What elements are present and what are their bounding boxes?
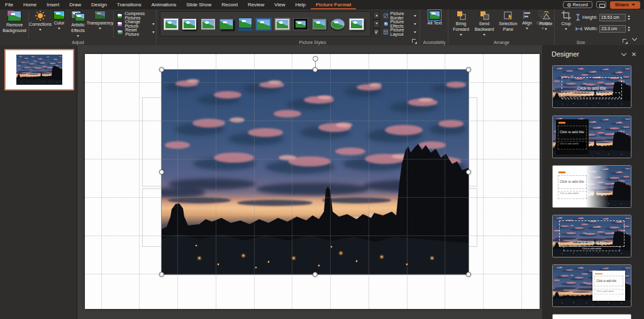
- selection-pane-icon: [504, 11, 513, 20]
- group-label-size: Size: [543, 40, 619, 45]
- reset-picture-button[interactable]: Reset Picture: [116, 28, 156, 36]
- send-backward-icon: [480, 11, 489, 20]
- group-label-adjust: Adjust: [0, 40, 156, 45]
- collapse-ribbon-button[interactable]: [630, 35, 639, 43]
- picture-style-thumbnail: [219, 19, 233, 30]
- rotation-handle[interactable]: [313, 56, 318, 62]
- picture-style-11[interactable]: [348, 13, 365, 35]
- chevron-down-icon: [77, 35, 79, 37]
- ribbon: Remove Background Corrections Color Arti…: [0, 9, 644, 45]
- picture-style-2[interactable]: [181, 13, 198, 35]
- send-backward-button[interactable]: Send Backward: [473, 11, 496, 42]
- align-button[interactable]: Align: [519, 11, 535, 42]
- picture-effects-button[interactable]: Picture Effects: [382, 20, 418, 28]
- remove-background-button[interactable]: Remove Background: [2, 11, 27, 42]
- group-label-accessibility: Accessibility: [421, 40, 448, 45]
- picture-style-1[interactable]: [162, 13, 179, 35]
- picture-style-3[interactable]: [199, 13, 216, 35]
- handle-top-middle[interactable]: [313, 67, 318, 72]
- design-suggestion-3[interactable]: Click to add title Click to add subtitle: [552, 165, 631, 208]
- menu-record[interactable]: Record: [216, 0, 243, 9]
- gridline: [139, 54, 140, 309]
- menu-slide-show[interactable]: Slide Show: [181, 0, 216, 9]
- design-suggestion-5[interactable]: Click to add title Click to add subtitle: [552, 264, 631, 307]
- share-button[interactable]: Share: [610, 1, 640, 9]
- designer-panel: Designer ✕: [542, 45, 644, 319]
- slide-canvas[interactable]: [85, 54, 540, 309]
- menu-home[interactable]: Home: [18, 0, 42, 9]
- menu-design[interactable]: Design: [86, 0, 112, 9]
- height-input[interactable]: [599, 14, 626, 21]
- rotate-button[interactable]: Rotate: [537, 11, 555, 42]
- menu-transitions[interactable]: Transitions: [112, 0, 147, 9]
- gallery-up-button[interactable]: [373, 11, 380, 19]
- handle-middle-right[interactable]: [466, 170, 471, 175]
- width-stepper[interactable]: [628, 26, 630, 31]
- picture-border-button[interactable]: Picture Border: [382, 12, 418, 19]
- designer-collapse-button[interactable]: [619, 49, 629, 59]
- record-button[interactable]: Record: [563, 1, 592, 8]
- handle-bottom-middle[interactable]: [313, 272, 318, 277]
- chevron-down-icon: [152, 23, 155, 25]
- menu-view[interactable]: View: [269, 0, 290, 9]
- group-arrange: Bring Forward Send Backward Selection Pa…: [449, 9, 555, 45]
- selection-pane-button[interactable]: Selection Pane: [497, 11, 519, 42]
- height-label: Height:: [582, 14, 597, 20]
- group-label-picture-styles: Picture Styles: [250, 40, 375, 45]
- alt-text-button[interactable]: Alt Text: [425, 11, 445, 42]
- picture-style-8[interactable]: [292, 13, 309, 35]
- selected-picture[interactable]: [162, 70, 469, 274]
- picture-style-10[interactable]: [330, 13, 347, 35]
- corrections-button[interactable]: Corrections: [30, 11, 50, 42]
- height-stepper[interactable]: [628, 15, 630, 20]
- bring-forward-icon: [457, 11, 466, 20]
- design-suggestion-1[interactable]: Click to add title Click to add subtitle: [552, 65, 631, 108]
- picture-style-7[interactable]: [274, 13, 291, 35]
- picture-styles-dialog-launcher[interactable]: [411, 38, 417, 44]
- menu-file[interactable]: File: [0, 0, 18, 9]
- bring-forward-button[interactable]: Bring Forward: [450, 11, 472, 42]
- width-input[interactable]: [599, 25, 626, 33]
- menu-review[interactable]: Review: [243, 0, 269, 9]
- picture-style-4[interactable]: [218, 13, 235, 35]
- transparency-button[interactable]: Transparency: [89, 11, 111, 42]
- chevron-down-icon: [39, 29, 42, 31]
- design-suggestion-2[interactable]: Click to add title Click to add subtitle: [552, 116, 631, 158]
- picture-style-9[interactable]: [311, 13, 328, 35]
- tab-picture-format[interactable]: Picture Format: [311, 0, 356, 9]
- menu-animations[interactable]: Animations: [147, 0, 182, 9]
- slide-1-thumbnail[interactable]: [4, 49, 74, 90]
- comments-button[interactable]: [596, 1, 606, 8]
- designer-close-button[interactable]: ✕: [629, 49, 639, 59]
- picture-style-6[interactable]: [255, 13, 272, 35]
- handle-top-left[interactable]: [159, 67, 164, 72]
- design-suggestion-4[interactable]: Click to add title Click to add subtitle: [552, 215, 631, 257]
- change-picture-button[interactable]: Change Picture: [116, 20, 156, 28]
- group-accessibility: Alt Text Accessibility: [421, 9, 448, 45]
- artistic-effects-icon: [71, 11, 85, 21]
- handle-bottom-left[interactable]: [159, 272, 164, 277]
- crop-button[interactable]: Crop: [558, 11, 574, 42]
- menu-insert[interactable]: Insert: [42, 0, 64, 9]
- picture-style-5[interactable]: [236, 13, 253, 35]
- picture-border-icon: [384, 13, 388, 19]
- menu-bar: File Home Insert Draw Design Transitions…: [0, 0, 644, 9]
- handle-middle-left[interactable]: [159, 170, 164, 175]
- gallery-more-button[interactable]: [373, 28, 380, 36]
- handle-bottom-right[interactable]: [466, 272, 471, 277]
- align-icon: [523, 11, 531, 19]
- picture-style-thumbnail: [275, 19, 289, 30]
- compress-pictures-button[interactable]: Compress Pictures: [116, 12, 156, 19]
- alt-text-icon: [429, 11, 440, 19]
- chevron-down-icon: [631, 4, 635, 6]
- picture-layout-button[interactable]: Picture Layout: [382, 28, 418, 36]
- gallery-down-button[interactable]: [373, 19, 380, 28]
- artistic-effects-button[interactable]: Artistic Effects: [68, 11, 88, 42]
- gridline: [101, 54, 102, 309]
- menu-draw[interactable]: Draw: [64, 0, 86, 9]
- handle-top-right[interactable]: [466, 67, 471, 72]
- menu-help[interactable]: Help: [291, 0, 311, 9]
- color-button[interactable]: Color: [51, 11, 67, 42]
- design-suggestion-6[interactable]: [552, 314, 631, 319]
- size-dialog-launcher[interactable]: [622, 38, 628, 44]
